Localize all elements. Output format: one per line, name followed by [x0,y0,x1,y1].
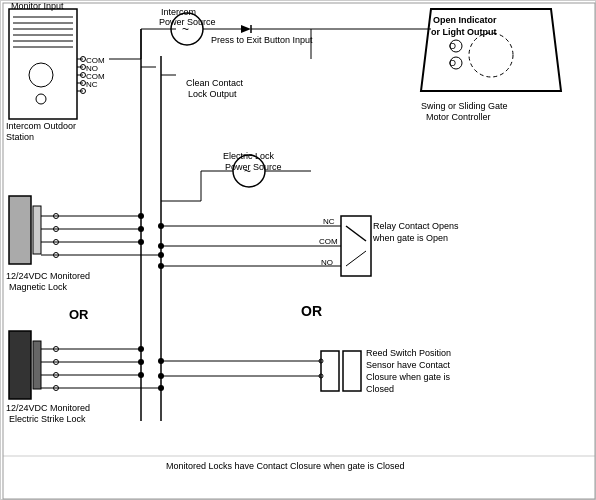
svg-text:Lock Output: Lock Output [188,89,237,99]
svg-rect-52 [33,206,41,254]
svg-text:Open Indicator: Open Indicator [433,15,497,25]
svg-rect-72 [9,331,31,399]
svg-point-108 [158,263,164,269]
svg-text:Swing or Sliding Gate: Swing or Sliding Gate [421,101,508,111]
svg-text:COM: COM [319,237,338,246]
svg-point-68 [158,252,164,258]
svg-point-86 [138,346,144,352]
svg-rect-73 [33,341,41,389]
wiring-diagram: Monitor Input COM NO COM NC Intercom Out… [0,0,596,500]
svg-text:or Light Output: or Light Output [431,27,496,37]
svg-text:O: O [449,58,456,68]
svg-point-67 [138,239,144,245]
svg-point-65 [138,213,144,219]
svg-text:Sensor have Contact: Sensor have Contact [366,360,451,370]
svg-text:NC: NC [323,217,335,226]
monitor-input-label: Monitor Input [11,1,64,11]
svg-text:Electric Lock: Electric Lock [223,151,275,161]
svg-point-106 [158,223,164,229]
svg-text:NC: NC [86,80,98,89]
svg-text:when gate is Open: when gate is Open [372,233,448,243]
svg-text:Relay Contact Opens: Relay Contact Opens [373,221,459,231]
svg-text:Closed: Closed [366,384,394,394]
svg-point-89 [158,385,164,391]
svg-text:Closure when gate is: Closure when gate is [366,372,451,382]
svg-text:OR: OR [301,303,322,319]
svg-text:Electric Strike Lock: Electric Strike Lock [9,414,86,424]
svg-text:Station: Station [6,132,34,142]
svg-rect-51 [9,196,31,264]
svg-point-66 [138,226,144,232]
svg-text:Magnetic Lock: Magnetic Lock [9,282,68,292]
svg-point-88 [138,372,144,378]
svg-text:Power Source: Power Source [159,17,216,27]
intercom-station-label: Intercom Outdoor [6,121,76,131]
svg-text:O: O [449,41,456,51]
svg-text:Clean Contact: Clean Contact [186,78,244,88]
svg-text:12/24VDC Monitored: 12/24VDC Monitored [6,403,90,413]
svg-text:Press to Exit Button Input: Press to Exit Button Input [211,35,313,45]
svg-text:OR: OR [69,307,89,322]
svg-text:Reed Switch Position: Reed Switch Position [366,348,451,358]
svg-point-87 [138,359,144,365]
svg-point-117 [158,373,164,379]
svg-text:Motor Controller: Motor Controller [426,112,491,122]
svg-point-107 [158,243,164,249]
svg-text:Intercom: Intercom [161,7,196,17]
svg-point-116 [158,358,164,364]
svg-text:Monitored Locks have Contact C: Monitored Locks have Contact Closure whe… [166,461,405,471]
svg-text:12/24VDC Monitored: 12/24VDC Monitored [6,271,90,281]
svg-text:NO: NO [321,258,333,267]
